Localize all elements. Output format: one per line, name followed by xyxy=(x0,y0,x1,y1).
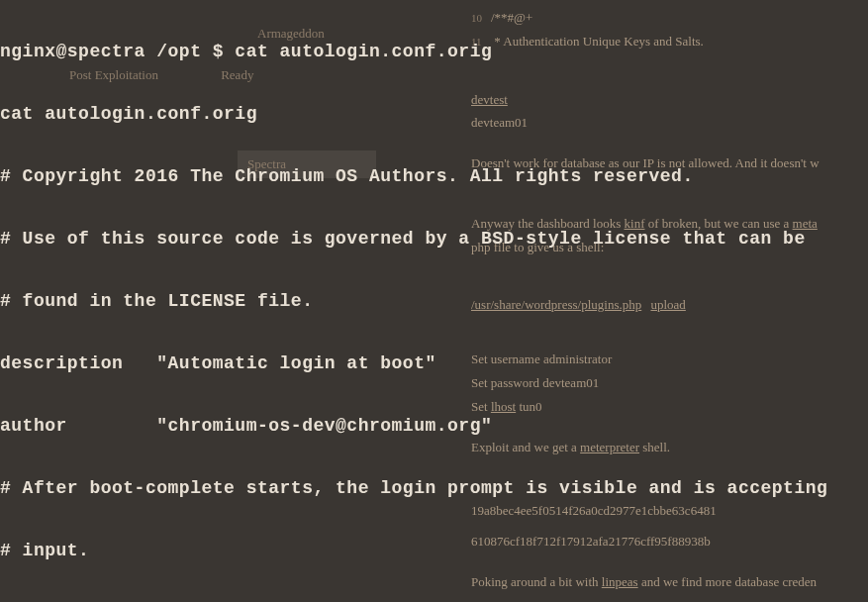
terminal-line: author "chromium-os-dev@chromium.org" xyxy=(0,416,868,437)
terminal-line: nginx@spectra /opt $ cat autologin.conf.… xyxy=(0,42,868,62)
terminal-line: # Copyright 2016 The Chromium OS Authors… xyxy=(0,166,868,187)
terminal-line: # found in the LICENSE file. xyxy=(0,291,868,312)
terminal-line: # input. xyxy=(0,541,868,561)
terminal-output: nginx@spectra /opt $ cat autologin.conf.… xyxy=(0,0,868,602)
terminal-line: # Use of this source code is governed by… xyxy=(0,229,868,250)
terminal-line: cat autologin.conf.orig xyxy=(0,104,868,125)
terminal-line: description "Automatic login at boot" xyxy=(0,353,868,374)
terminal-line: # After boot-complete starts, the login … xyxy=(0,478,868,499)
